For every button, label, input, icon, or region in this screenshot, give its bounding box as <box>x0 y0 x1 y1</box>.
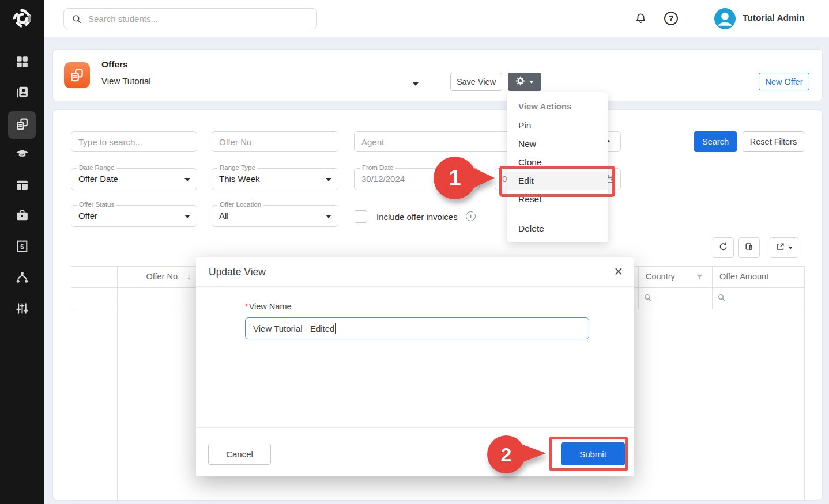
save-view-button[interactable]: Save View <box>450 73 502 91</box>
sidebar-item-dashboard[interactable] <box>8 49 36 77</box>
offer-status-select[interactable]: Offer Status Offer <box>71 205 197 227</box>
dashboard-icon <box>15 55 29 71</box>
refresh-button[interactable] <box>713 237 734 258</box>
svg-text:$: $ <box>20 242 24 249</box>
pointer-tail <box>523 445 546 462</box>
date-range-value: Offer Date <box>78 174 118 184</box>
modal-footer-divider <box>196 427 634 428</box>
sidebar-item-invoices[interactable]: $ <box>8 233 36 261</box>
text-cursor <box>335 323 336 334</box>
topbar: ? Tutorial Admin <box>44 0 829 37</box>
sidebar-item-offers[interactable] <box>8 111 36 139</box>
menu-item-new[interactable]: New <box>507 135 608 153</box>
invoice-icon: $ <box>15 239 29 256</box>
avatar[interactable] <box>714 8 736 29</box>
chevron-down-icon <box>326 215 331 218</box>
pointer-tail <box>474 168 495 188</box>
view-name-value: View Tutorial - Edited <box>253 324 334 334</box>
copy-icon <box>744 242 754 254</box>
reset-filters-button[interactable]: Reset Filters <box>743 131 804 152</box>
sort-descending-icon[interactable]: ↓ <box>187 272 191 281</box>
modal-header-divider <box>196 286 634 287</box>
menu-header: View Actions <box>507 97 608 116</box>
keyword-search-input[interactable] <box>71 131 197 152</box>
menu-divider <box>507 214 608 214</box>
offer-status-value: Offer <box>78 211 97 221</box>
chevron-down-icon <box>788 247 793 249</box>
chevron-down-icon <box>184 178 190 181</box>
date-range-select[interactable]: Date Range Offer Date <box>71 168 197 190</box>
from-date-label: From Date <box>360 164 395 171</box>
step1-number: 1 <box>434 157 476 199</box>
sidebar-item-courses[interactable] <box>8 141 36 169</box>
step1-pointer: 1 <box>434 154 498 207</box>
network-icon <box>15 270 29 287</box>
sliders-icon <box>15 301 29 318</box>
step2-number: 2 <box>487 435 525 473</box>
chevron-down-icon <box>326 178 331 181</box>
export-button[interactable] <box>770 237 798 258</box>
modal-title: Update View <box>209 266 266 278</box>
table-col-border <box>712 267 713 309</box>
column-search-icon[interactable] <box>717 293 726 302</box>
students-icon <box>15 85 29 101</box>
table-col-border <box>117 267 118 500</box>
bell-icon[interactable] <box>634 12 647 25</box>
range-type-label: Range Type <box>217 164 258 171</box>
new-offer-button[interactable]: New Offer <box>759 73 809 90</box>
offer-location-select[interactable]: Offer Location All <box>212 205 338 227</box>
filter-funnel-icon[interactable] <box>695 273 704 284</box>
chevron-down-icon <box>529 81 534 84</box>
briefcase-icon <box>15 208 29 225</box>
sidebar-item-jobs[interactable] <box>8 202 36 230</box>
range-type-select[interactable]: Range Type This Week <box>212 168 338 190</box>
layout-icon <box>15 178 29 195</box>
export-icon <box>775 242 785 254</box>
menu-item-pin[interactable]: Pin <box>507 116 608 135</box>
global-search[interactable] <box>63 8 317 29</box>
page-title: Offers <box>101 59 128 70</box>
column-header-country[interactable]: Country <box>646 272 675 281</box>
page-header-card: Offers View Tutorial Save View New Offer <box>52 49 823 101</box>
sidebar: $ <box>0 0 44 504</box>
search-button[interactable]: Search <box>694 131 737 152</box>
close-icon[interactable]: × <box>614 262 623 281</box>
column-header-offer-amount[interactable]: Offer Amount <box>719 272 768 281</box>
sidebar-item-board[interactable] <box>8 172 36 200</box>
date-range-label: Date Range <box>77 164 116 171</box>
offers-module-icon <box>64 62 90 88</box>
view-selector-underline <box>90 93 422 93</box>
view-actions-button[interactable] <box>508 73 541 91</box>
step1-highlight-box <box>499 166 615 197</box>
search-input[interactable] <box>87 9 312 29</box>
view-selector[interactable]: View Tutorial <box>101 76 151 86</box>
required-asterisk: * <box>245 302 248 311</box>
offer-location-value: All <box>219 211 229 221</box>
offers-icon <box>15 117 29 134</box>
column-search-icon[interactable] <box>643 293 652 302</box>
menu-item-delete[interactable]: Delete <box>507 219 608 238</box>
cancel-button[interactable]: Cancel <box>208 444 271 465</box>
view-name-input[interactable]: View Tutorial - Edited <box>245 317 589 339</box>
sidebar-item-settings[interactable] <box>8 295 36 323</box>
include-invoices-label: Include offer invoices <box>376 212 458 222</box>
include-invoices-checkbox[interactable] <box>355 210 367 223</box>
copy-columns-button[interactable] <box>738 237 760 258</box>
step2-pointer: 2 <box>487 433 548 476</box>
column-header-offer-no[interactable]: Offer No. <box>134 272 180 281</box>
chevron-down-icon <box>184 215 190 218</box>
sidebar-item-network[interactable] <box>8 264 36 292</box>
help-icon[interactable]: ? <box>664 12 678 25</box>
app-logo[interactable] <box>10 6 35 31</box>
table-col-border <box>638 267 639 309</box>
chevron-down-icon[interactable] <box>413 82 419 86</box>
user-name[interactable]: Tutorial Admin <box>743 13 805 23</box>
topbar-divider <box>696 0 696 37</box>
offer-no-input[interactable] <box>212 131 338 152</box>
offer-location-label: Offer Location <box>217 201 263 208</box>
offer-status-label: Offer Status <box>77 201 116 208</box>
graduation-cap-icon <box>15 147 29 164</box>
sidebar-item-students[interactable] <box>8 79 36 107</box>
from-date-value: 30/12/2024 <box>361 174 405 184</box>
info-icon[interactable]: i <box>466 211 476 221</box>
